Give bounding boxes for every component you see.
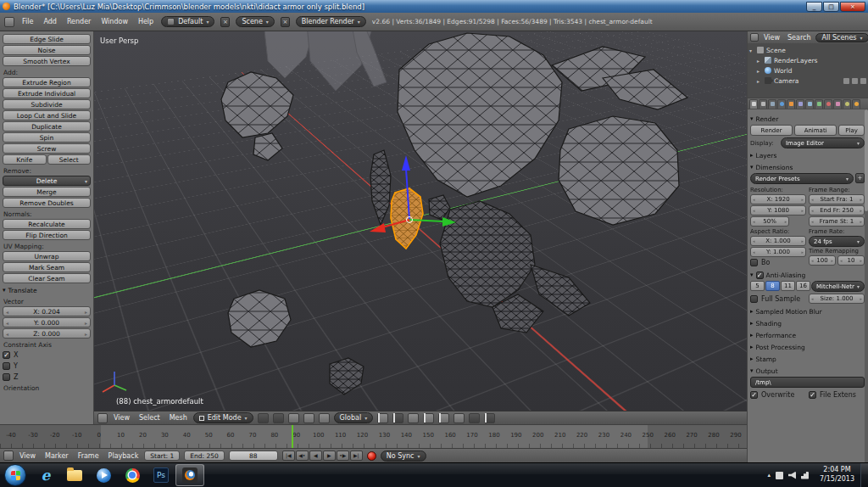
mode-dropdown[interactable]: Edit Mode — [193, 412, 253, 423]
taskbar-photoshop[interactable]: Ps — [147, 464, 175, 486]
menu-item[interactable]: Help — [136, 17, 155, 26]
border-checkbox[interactable] — [750, 259, 758, 266]
start-frame-field[interactable]: Start: 1 — [144, 451, 180, 461]
tool-button[interactable]: Unwrap — [3, 251, 91, 261]
menu-item[interactable]: Playback — [107, 451, 141, 461]
minimize-button[interactable]: _ — [806, 2, 822, 12]
select-button[interactable]: Select — [47, 154, 92, 165]
manipulator-rotate-button[interactable] — [303, 413, 314, 423]
occlude-geometry-button[interactable] — [453, 413, 465, 423]
anti-aliasing-checkbox[interactable] — [756, 271, 764, 279]
tool-button[interactable]: Clear Seam — [3, 273, 91, 283]
menu-item[interactable]: Frame — [76, 451, 101, 461]
tab-modifiers[interactable] — [805, 99, 814, 109]
translate-panel-header[interactable]: Translate — [3, 285, 91, 295]
knife-button[interactable]: Knife — [3, 154, 47, 165]
scene-dropdown[interactable]: Scene — [236, 16, 274, 27]
render-button[interactable]: Render — [750, 125, 793, 136]
menu-item[interactable]: Add — [42, 17, 58, 26]
timeline-editor-icon[interactable] — [3, 451, 14, 461]
collapsed-panel-header[interactable]: Performance — [750, 330, 865, 340]
menu-item[interactable]: Search — [786, 33, 812, 42]
manipulator-scale-button[interactable] — [319, 413, 330, 423]
tool-button[interactable]: Extrude Region — [3, 77, 91, 87]
tool-button[interactable]: Smooth Vertex — [3, 56, 91, 66]
selectability-arrow-icon[interactable] — [852, 78, 858, 84]
outliner-editor-icon[interactable] — [750, 33, 759, 42]
close-scene-button[interactable]: × — [281, 17, 290, 27]
face-select-button[interactable] — [438, 413, 449, 423]
playback-button[interactable]: ◀• — [296, 451, 309, 461]
renderability-camera-icon[interactable] — [860, 78, 866, 84]
tool-button[interactable]: Loop Cut and Slide — [3, 110, 91, 120]
opengl-render-anim-button[interactable] — [484, 413, 495, 423]
tool-button[interactable]: Remove Doubles — [3, 198, 91, 208]
expand-icon[interactable]: ▸ — [757, 68, 762, 74]
file-extensions-checkbox[interactable] — [809, 391, 816, 399]
animation-button[interactable]: Animati — [794, 125, 837, 136]
tool-button[interactable]: Noise — [3, 45, 91, 55]
menu-item[interactable]: Window — [99, 17, 130, 26]
viewport-shading-dropdown[interactable] — [258, 413, 269, 423]
menu-item[interactable]: View — [112, 413, 131, 423]
collapsed-panel-header[interactable]: Stamp — [750, 354, 865, 364]
start-frame-field[interactable]: Start Fra: 1 — [809, 194, 865, 204]
expand-icon[interactable]: ▸ — [757, 78, 762, 84]
aspect-x-field[interactable]: X: 1.000 — [750, 236, 806, 246]
menu-item[interactable]: Mesh — [168, 413, 189, 423]
overwrite-checkbox[interactable] — [750, 391, 758, 399]
outliner-row-world[interactable]: ▸ World — [749, 65, 866, 76]
window-titlebar[interactable]: Blender* [C:\Users\Luz Mia\Desktop\Crimm… — [0, 0, 868, 13]
show-desktop-button[interactable] — [860, 463, 868, 487]
aa-samples-5-button[interactable]: 5 — [750, 281, 765, 291]
menu-item[interactable]: View — [762, 33, 782, 42]
outliner-row-scene[interactable]: ▾ Scene — [749, 45, 866, 55]
tool-button[interactable]: Recalculate — [3, 219, 91, 229]
tab-material[interactable] — [824, 99, 832, 109]
output-path-field[interactable]: /tmp\ — [750, 377, 865, 388]
tab-constraints[interactable] — [796, 99, 804, 109]
properties-scrollbar[interactable] — [865, 109, 868, 462]
menu-item[interactable]: Render — [65, 17, 92, 26]
speaker-icon[interactable] — [788, 472, 796, 479]
playback-button[interactable]: •▶ — [337, 451, 349, 461]
outliner-row-renderlayers[interactable]: ▸ RenderLayers — [749, 55, 866, 65]
tab-render-layers[interactable] — [768, 99, 776, 109]
render-panel-header[interactable]: Render — [750, 114, 865, 124]
resolution-x-field[interactable]: X: 1920 — [750, 194, 806, 204]
tool-button[interactable]: Extrude Individual — [3, 88, 91, 98]
aa-samples-16-button[interactable]: 16 — [796, 281, 810, 291]
menu-item[interactable]: Select — [137, 413, 162, 423]
transform-orientation-dropdown[interactable]: Global — [334, 412, 374, 423]
aa-filter-dropdown[interactable]: Mitchell-Netr — [811, 281, 865, 292]
viewport-3d[interactable]: User Persp (88) chest_armordefault — [94, 31, 747, 411]
tab-object[interactable] — [787, 99, 795, 109]
outliner-scope-dropdown[interactable]: All Scenes — [815, 33, 868, 42]
tab-particles[interactable] — [843, 99, 851, 109]
remap-old-field[interactable]: 100 — [809, 255, 836, 266]
axis-x-checkbox[interactable] — [3, 351, 10, 359]
tray-app-icon[interactable] — [776, 472, 783, 479]
vector-field[interactable]: Z: 0.000 — [3, 328, 91, 339]
collapsed-panel-header[interactable]: Sampled Motion Blur — [750, 306, 865, 316]
render-presets-dropdown[interactable]: Render Presets — [750, 173, 854, 184]
outliner-row-camera[interactable]: ▸ Camera — [749, 76, 866, 86]
tool-button[interactable]: Duplicate — [3, 121, 91, 132]
close-layout-button[interactable]: × — [220, 17, 230, 27]
menu-item[interactable]: Marker — [43, 451, 70, 461]
layers-panel-header[interactable]: Layers — [750, 150, 865, 160]
menu-item[interactable]: File — [20, 17, 35, 26]
output-panel-header[interactable]: Output — [750, 366, 865, 376]
end-frame-field[interactable]: End Fr: 250 — [809, 205, 865, 216]
snap-element-dropdown[interactable] — [392, 413, 403, 423]
aa-size-field[interactable]: Size: 1.000 — [809, 294, 865, 304]
taskbar-clock[interactable]: 2:04 PM 7/15/2013 — [814, 466, 860, 484]
delete-menu[interactable]: Delete — [3, 176, 91, 186]
aa-samples-8-button[interactable]: 8 — [765, 281, 780, 291]
manipulator-translate-button[interactable] — [288, 413, 299, 423]
tab-world[interactable] — [777, 99, 786, 109]
expand-icon[interactable]: ▾ — [749, 48, 754, 53]
record-button[interactable] — [367, 451, 376, 461]
dimensions-panel-header[interactable]: Dimensions — [750, 162, 865, 172]
current-frame-field[interactable]: 88 — [229, 451, 278, 461]
